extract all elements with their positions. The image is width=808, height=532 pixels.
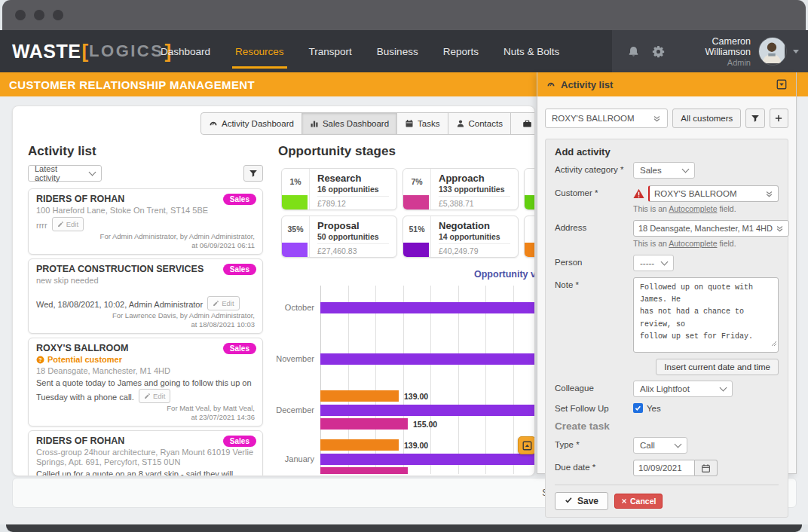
footer-line: For Matt Veal, by Matt Veal, <box>36 404 255 413</box>
calendar-icon <box>405 119 414 128</box>
activity-card[interactable]: RIDERS OF ROHANSalesCross-group 24hour a… <box>28 430 263 476</box>
stage-count: 50 opportunities <box>317 232 389 241</box>
chart-gridline <box>513 286 514 474</box>
avatar[interactable] <box>758 37 787 66</box>
note-label: Note * <box>555 277 633 289</box>
activity-category-label: Activity category * <box>555 162 633 174</box>
activity-card-note: rrrr Edit <box>36 217 255 231</box>
chevron-down-icon[interactable] <box>793 50 799 54</box>
task-type-select[interactable]: Call <box>633 437 687 454</box>
stage-percent-cell: 3 <box>525 169 535 209</box>
close-icon <box>621 497 627 506</box>
filter-button[interactable] <box>243 165 263 182</box>
filter-button[interactable] <box>745 109 764 128</box>
collapse-panel-icon[interactable] <box>776 79 787 90</box>
cancel-button[interactable]: Cancel <box>614 494 663 509</box>
window-titlebar <box>2 0 806 30</box>
double-chevron-icon <box>765 190 773 198</box>
activity-card[interactable]: RIDERS OF ROHANSales100 Hareford Lane, S… <box>28 188 263 255</box>
stage-body: Proposal50 opportunities£27,460.83 <box>310 216 396 257</box>
scroll-to-top-button[interactable] <box>518 436 535 454</box>
app-logo[interactable]: WASTE[LOGICS] <box>12 30 172 72</box>
activity-card[interactable]: ROXY'S BALLROOMSales?Potential customer1… <box>28 338 263 427</box>
insert-datetime-button[interactable]: Insert current date and time <box>656 359 779 375</box>
notifications-bell-icon[interactable] <box>627 45 640 58</box>
opportunity-stage-card-approach[interactable]: 7%Approach133 opportunities£5,388.71 <box>402 168 519 210</box>
tab-briefcase[interactable] <box>510 112 535 135</box>
stage-name: Research <box>317 173 389 184</box>
gauge-icon <box>546 80 556 89</box>
add-activity-form: Add activity Activity category * Sales C… <box>545 139 788 518</box>
customer-input[interactable]: ROXY'S BALLROOM <box>648 185 779 202</box>
settings-gear-icon[interactable] <box>652 45 665 58</box>
main-card: Activity DashboardSales DashboardTasksCo… <box>12 105 535 476</box>
panel-toolbar: ROXY'S BALLROOM All customers <box>537 96 796 136</box>
stage-percent-cell: 7% <box>403 169 431 209</box>
save-button[interactable]: Save <box>555 492 608 510</box>
stage-color-block <box>282 195 308 209</box>
chart-title: Opportunity val <box>474 269 535 280</box>
user-menu[interactable]: Cameron Williamson Admin <box>677 36 751 67</box>
activity-card-note: Wed, 18/08/2021, 10:02, Admin Administra… <box>36 296 255 310</box>
opportunity-stage-card-partial[interactable]: 2 <box>524 216 535 258</box>
tab-sales-dashboard[interactable]: Sales Dashboard <box>301 112 397 135</box>
nav-item-reports[interactable]: Reports <box>443 30 479 72</box>
edit-button[interactable]: Edit <box>139 389 170 403</box>
activity-category-select[interactable]: Sales <box>633 162 695 179</box>
user-area: Cameron Williamson Admin <box>612 30 808 72</box>
sort-select[interactable]: Latest activity <box>28 165 102 182</box>
stage-count: 16 opportunities <box>317 185 389 194</box>
spacer <box>36 286 255 295</box>
panel-customer-select[interactable]: ROXY'S BALLROOM <box>545 109 668 128</box>
all-customers-button[interactable]: All customers <box>672 109 741 128</box>
stage-value: £789.12 <box>317 196 389 208</box>
nav-item-dashboard[interactable]: Dashboard <box>161 30 210 72</box>
double-chevron-icon <box>653 115 661 123</box>
tab-contacts[interactable]: Contacts <box>448 112 511 135</box>
due-date-input[interactable]: 10/09/2021 <box>633 460 695 476</box>
window-dot[interactable] <box>34 10 44 20</box>
colleague-label: Colleague <box>555 381 633 393</box>
opportunity-stage-card-negotation[interactable]: 51%Negotation14 opportunities£40,249.79 <box>402 216 519 258</box>
stage-percent: 7% <box>403 177 430 186</box>
sales-badge: Sales <box>223 343 256 354</box>
tab-activity-dashboard[interactable]: Activity Dashboard <box>200 112 302 135</box>
activity-side-panel: Activity list ROXY'S BALLROOM All custom… <box>537 72 797 474</box>
opportunity-stage-card-research[interactable]: 1%Research16 opportunities£789.12 <box>281 168 397 210</box>
edit-label: Edit <box>153 390 165 402</box>
chart-month-label: October <box>239 303 314 312</box>
address-input[interactable]: 18 Deansgate, Manchester, M1 4HD <box>633 220 789 237</box>
window-dot[interactable] <box>15 10 26 20</box>
tab-tasks[interactable]: Tasks <box>396 112 448 135</box>
nav-item-nuts-bolts[interactable]: Nuts & Bolts <box>503 30 559 72</box>
edit-button[interactable]: Edit <box>207 296 239 310</box>
person-select[interactable]: ----- <box>633 255 674 271</box>
note-text: Followed up on quote with James. He has … <box>640 283 771 353</box>
colleague-value: Alix Lightfoot <box>640 384 690 393</box>
edit-button[interactable]: Edit <box>52 217 84 231</box>
note-textarea[interactable]: Followed up on quote with James. He has … <box>633 277 779 353</box>
chart-gridline <box>458 286 459 474</box>
footer-line: For Admin Administrator, by Admin Admini… <box>36 232 255 241</box>
tab-label: Contacts <box>469 119 503 128</box>
nav-item-business[interactable]: Business <box>377 30 418 72</box>
nav-item-transport[interactable]: Transport <box>309 30 352 72</box>
window-dot[interactable] <box>53 10 63 20</box>
colleague-select[interactable]: Alix Lightfoot <box>633 381 733 397</box>
follow-up-checkbox[interactable] <box>633 403 643 413</box>
user-name: Cameron Williamson <box>677 36 751 57</box>
calendar-button[interactable] <box>695 460 718 476</box>
svg-text:?: ? <box>38 356 41 363</box>
stage-name: Negotation <box>439 220 510 231</box>
sales-badge: Sales <box>223 436 256 447</box>
opportunity-stage-card-proposal[interactable]: 35%Proposal50 opportunities£27,460.83 <box>281 216 397 258</box>
activity-card[interactable]: PROTEA CONSTRUCTION SERVICESSalesnew ski… <box>28 258 263 334</box>
add-button[interactable] <box>770 109 788 128</box>
resize-handle[interactable] <box>771 339 777 351</box>
stage-color-block <box>525 243 535 257</box>
opportunity-stage-card-partial[interactable]: 3 <box>524 168 535 210</box>
stage-percent: 35% <box>282 225 309 234</box>
note-text: rrrr <box>36 221 50 230</box>
gauge-icon <box>209 119 218 128</box>
nav-item-resources[interactable]: Resources <box>235 30 284 72</box>
